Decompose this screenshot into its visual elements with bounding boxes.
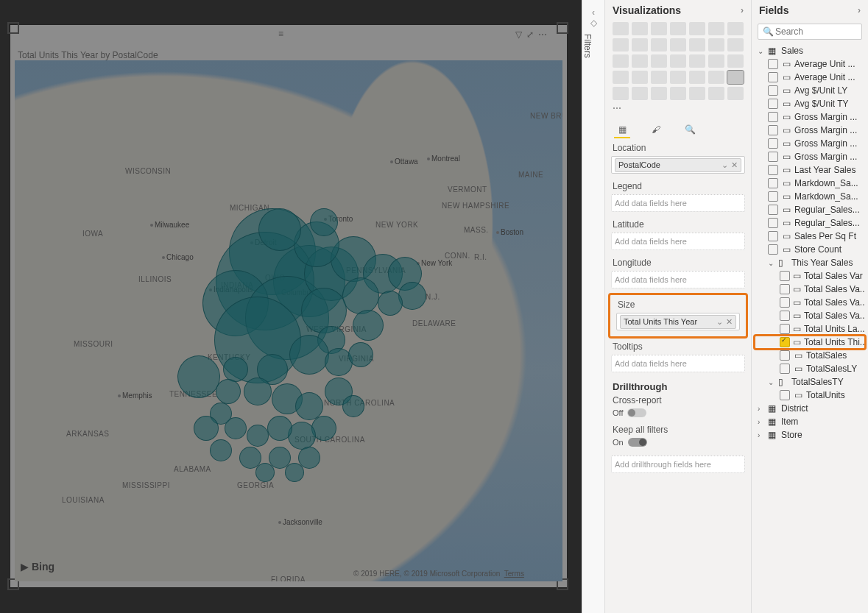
map-bubble[interactable] — [289, 335, 329, 375]
viz-type-tile[interactable] — [632, 54, 648, 68]
viz-type-tile[interactable] — [632, 71, 648, 84]
chevron-right-icon[interactable]: › — [741, 5, 744, 15]
field-item[interactable]: ▭Total Sales Va... — [755, 283, 865, 296]
viz-type-tile[interactable] — [689, 38, 705, 52]
viz-type-tile[interactable] — [670, 54, 686, 68]
viz-type-tile[interactable] — [632, 87, 648, 100]
viz-type-tile[interactable] — [727, 38, 744, 52]
bing-map[interactable]: WISCONSINMICHIGANNEW YORKMAINEVERMONTNEW… — [15, 60, 562, 581]
map-bubble[interactable] — [342, 395, 364, 417]
field-item[interactable]: ▭Markdown_Sa... — [755, 177, 865, 190]
analytics-tab-icon[interactable]: 🔍 — [682, 122, 698, 138]
filters-pane-collapsed[interactable]: ‹ ◇ Filters — [582, 0, 604, 613]
filter-icon[interactable]: ▽ — [515, 29, 522, 40]
field-item[interactable]: ▭TotalUnits — [755, 389, 865, 402]
latitude-well[interactable]: Add data fields here — [611, 233, 745, 250]
viz-type-tile[interactable] — [613, 38, 629, 52]
map-bubble[interactable] — [342, 277, 379, 314]
more-options-icon[interactable]: ⋯ — [538, 29, 547, 40]
chevron-left-icon[interactable]: ‹ — [582, 7, 604, 18]
field-item[interactable]: ▭Avg $/Unit LY — [755, 84, 865, 97]
viz-type-tile[interactable] — [708, 71, 724, 84]
chevron-down-icon[interactable]: ⌄ — [716, 317, 723, 327]
field-item[interactable]: ▭Avg $/Unit TY — [755, 97, 865, 110]
field-item[interactable]: ▭Gross Margin ... — [755, 150, 865, 163]
viz-gallery-more-icon[interactable]: ⋯ — [613, 103, 629, 113]
viz-type-tile[interactable] — [727, 54, 744, 68]
field-group[interactable]: ⌄▯TotalSalesTY — [755, 375, 865, 389]
field-item[interactable]: ▭Total Sales Va... — [755, 309, 865, 322]
map-bubble[interactable] — [310, 208, 338, 236]
viz-type-tile[interactable] — [651, 22, 667, 35]
location-chip[interactable]: PostalCode ⌄✕ — [615, 158, 741, 172]
viz-type-tile[interactable] — [689, 87, 705, 100]
viz-type-tile[interactable] — [670, 22, 686, 35]
report-canvas[interactable]: Total Units This Year by PostalCode ≡ ▽ … — [0, 0, 582, 613]
map-bubble[interactable] — [285, 463, 304, 482]
map-bubble[interactable] — [255, 463, 275, 482]
viz-type-tile[interactable] — [651, 71, 667, 84]
viz-type-tile[interactable] — [651, 54, 667, 68]
field-item[interactable]: ▭Sales Per Sq Ft — [755, 230, 865, 243]
table-district[interactable]: ›▦District — [755, 402, 865, 415]
fields-tab-icon[interactable]: ▦ — [614, 122, 630, 138]
map-bubble[interactable] — [177, 355, 220, 398]
viz-type-tile[interactable] — [670, 71, 686, 84]
map-bubble[interactable] — [378, 291, 403, 316]
map-bubble[interactable] — [244, 378, 272, 405]
viz-type-tile[interactable] — [670, 38, 686, 52]
table-item[interactable]: ›▦Item — [755, 415, 865, 428]
viz-type-tile[interactable] — [708, 38, 724, 52]
viz-type-tile[interactable] — [632, 38, 648, 52]
viz-type-tile[interactable] — [670, 87, 686, 100]
field-item[interactable]: ▭TotalSales — [755, 349, 865, 362]
cross-report-toggle[interactable]: Off — [613, 408, 751, 417]
viz-type-tile[interactable] — [632, 22, 648, 35]
field-item[interactable]: ▭Average Unit ... — [755, 57, 865, 71]
chevron-down-icon[interactable]: ⌄ — [721, 160, 728, 170]
drag-grip-icon[interactable]: ≡ — [278, 29, 283, 39]
field-group[interactable]: ⌄▯This Year Sales — [755, 256, 865, 269]
table-sales[interactable]: ⌄▦Sales — [755, 44, 865, 57]
longitude-well[interactable]: Add data fields here — [611, 271, 745, 288]
viz-type-tile[interactable] — [727, 22, 744, 35]
drillthrough-well[interactable]: Add drillthrough fields here — [611, 456, 745, 473]
table-store[interactable]: ›▦Store — [755, 428, 865, 442]
field-item[interactable]: ▭Markdown_Sa... — [755, 190, 865, 203]
map-bubble[interactable] — [348, 342, 373, 367]
field-item[interactable]: ▭Total Sales Var — [755, 269, 865, 283]
field-item[interactable]: ▭Total Units La... — [755, 322, 865, 336]
map-bubble[interactable] — [210, 439, 232, 461]
viz-type-tile[interactable] — [613, 71, 629, 84]
viz-type-tile[interactable] — [689, 71, 705, 84]
viz-type-tile[interactable] — [727, 87, 744, 100]
keep-filters-toggle[interactable]: On — [613, 438, 751, 447]
viz-type-tile[interactable] — [708, 87, 724, 100]
viz-type-tile[interactable] — [689, 22, 705, 35]
chevron-right-icon[interactable]: › — [858, 5, 861, 15]
viz-type-tile[interactable] — [689, 54, 705, 68]
field-item[interactable]: ▭Gross Margin ... — [755, 124, 865, 137]
size-well[interactable]: Total Units This Year ⌄✕ — [616, 313, 740, 330]
viz-type-tile[interactable] — [708, 54, 724, 68]
field-item[interactable]: ▭Total Sales Va... — [755, 296, 865, 309]
field-item[interactable]: ▭Gross Margin ... — [755, 110, 865, 124]
field-item[interactable]: ▭Store Count — [755, 243, 865, 256]
search-input[interactable] — [774, 26, 868, 38]
map-bubble[interactable] — [398, 282, 426, 310]
remove-icon[interactable]: ✕ — [731, 160, 738, 170]
focus-mode-icon[interactable]: ⤢ — [526, 29, 534, 40]
viz-type-tile[interactable] — [727, 71, 744, 84]
remove-icon[interactable]: ✕ — [726, 317, 733, 327]
map-bubble[interactable] — [216, 379, 241, 404]
location-well[interactable]: PostalCode ⌄✕ — [611, 156, 745, 174]
viz-type-tile[interactable] — [613, 54, 629, 68]
map-bubble[interactable] — [301, 288, 347, 333]
tooltips-well[interactable]: Add data fields here — [611, 355, 745, 372]
viz-type-tile[interactable] — [613, 22, 629, 35]
legend-well[interactable]: Add data fields here — [611, 194, 745, 212]
map-bubble[interactable] — [247, 425, 269, 447]
field-item[interactable]: ▭Last Year Sales — [755, 163, 865, 177]
size-chip[interactable]: Total Units This Year ⌄✕ — [620, 315, 736, 329]
map-bubble[interactable] — [353, 310, 384, 341]
